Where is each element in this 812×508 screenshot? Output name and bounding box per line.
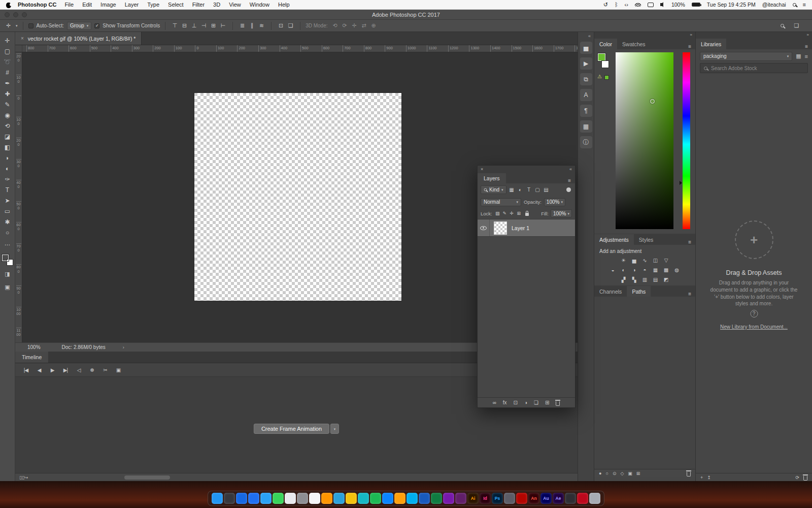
menu-item[interactable]: 3D bbox=[213, 2, 220, 8]
layer-effects-icon[interactable]: fx bbox=[503, 400, 507, 405]
collapse-panel-icon[interactable]: « bbox=[569, 167, 572, 172]
3d-rotate-icon[interactable]: ⟲ bbox=[331, 21, 340, 30]
expand-panels-icon[interactable]: « bbox=[588, 34, 594, 39]
previous-frame-button[interactable]: ◀ bbox=[33, 365, 45, 375]
dock-app-icon[interactable]: Id bbox=[480, 493, 491, 504]
align-horizontal-centers-icon[interactable]: ⊞ bbox=[209, 21, 218, 30]
align-top-edges-icon[interactable]: ⊤ bbox=[171, 21, 179, 30]
eyedropper-tool[interactable]: ✒ bbox=[2, 78, 14, 88]
distribute-vertical-icon[interactable]: ≣ bbox=[238, 21, 247, 30]
auto-select-target-select[interactable]: Group ▾ bbox=[67, 22, 91, 30]
panel-menu-icon[interactable]: ≡ bbox=[568, 178, 575, 183]
fill-field[interactable]: 100% ▾ bbox=[551, 209, 572, 217]
dock-app-icon[interactable] bbox=[236, 493, 247, 504]
next-frame-button[interactable]: ▶| bbox=[60, 365, 71, 375]
quick-mask-icon[interactable]: ◨ bbox=[2, 269, 14, 279]
tab-color[interactable]: Color bbox=[594, 39, 617, 49]
panel-menu-icon[interactable]: ≡ bbox=[805, 44, 812, 49]
time-machine-icon[interactable]: ↺ bbox=[603, 2, 608, 8]
brush-tool[interactable]: ✎ bbox=[2, 99, 14, 110]
menu-item[interactable]: Filter bbox=[192, 2, 205, 8]
saturation-brightness-field[interactable] bbox=[616, 52, 673, 229]
opacity-field[interactable]: 100% ▾ bbox=[544, 198, 565, 206]
gradient-tool[interactable]: ◧ bbox=[2, 142, 14, 152]
add-layer-mask-icon[interactable]: ⊡ bbox=[514, 400, 518, 405]
spot-healing-brush-tool[interactable]: ✚ bbox=[2, 88, 14, 99]
upload-icon[interactable]: ↥ bbox=[707, 475, 711, 480]
wifi-icon[interactable] bbox=[635, 3, 641, 7]
dock-app-icon[interactable] bbox=[212, 493, 223, 504]
marquee-tool[interactable]: ▢ bbox=[2, 46, 14, 56]
layer-name[interactable]: Layer 1 bbox=[512, 225, 529, 231]
dock-app-icon[interactable] bbox=[394, 493, 405, 504]
zoom-level[interactable]: 100% bbox=[27, 344, 41, 350]
blend-mode-select[interactable]: Normal ▾ bbox=[481, 198, 521, 206]
dock-app-icon[interactable] bbox=[297, 493, 308, 504]
dock-app-icon[interactable] bbox=[309, 493, 320, 504]
new-adjustment-layer-icon[interactable]: ◑ bbox=[524, 400, 527, 405]
dock-app-icon[interactable] bbox=[455, 493, 466, 504]
new-layer-icon[interactable]: ⊞ bbox=[545, 400, 549, 405]
threshold-icon[interactable]: ▚ bbox=[630, 276, 638, 283]
auto-align-layers-icon[interactable]: ⊡ bbox=[277, 21, 285, 30]
panel-menu-icon[interactable]: ≡ bbox=[688, 291, 695, 297]
gamut-color-swatch[interactable] bbox=[604, 75, 609, 80]
layer-visibility-cell[interactable] bbox=[478, 219, 490, 236]
link-layers-icon[interactable]: ∞ bbox=[493, 400, 496, 405]
add-mask-icon[interactable]: ▣ bbox=[628, 471, 632, 476]
clone-stamp-tool[interactable]: ◉ bbox=[2, 110, 14, 120]
filter-pixel-layers-icon[interactable]: ▦ bbox=[508, 187, 516, 193]
help-icon[interactable]: ? bbox=[750, 310, 758, 318]
vertical-ruler[interactable]: 2001000100200300400500600700800900100011… bbox=[15, 52, 22, 342]
spotlight-icon[interactable] bbox=[793, 3, 796, 7]
dock-app-icon[interactable] bbox=[443, 493, 454, 504]
lock-image-pixels-icon[interactable]: ✎ bbox=[501, 211, 508, 216]
fill-path-icon[interactable]: ● bbox=[599, 471, 601, 476]
hue-slider-marker[interactable] bbox=[680, 181, 682, 185]
menu-item[interactable]: Window bbox=[250, 2, 269, 8]
grid-view-icon[interactable]: ▦ bbox=[796, 53, 801, 59]
zoom-window-button[interactable] bbox=[22, 12, 27, 17]
menu-item[interactable]: View bbox=[229, 2, 241, 8]
lasso-tool[interactable]: ➰ bbox=[2, 56, 14, 67]
timeline-settings-button[interactable]: ☸ bbox=[86, 365, 97, 375]
foreground-color-swatch[interactable] bbox=[2, 255, 9, 261]
zoom-tool[interactable]: ○ bbox=[2, 227, 14, 238]
pen-tool[interactable]: ✑ bbox=[2, 174, 14, 184]
brightness-contrast-icon[interactable]: ☀ bbox=[619, 257, 628, 264]
mute-audio-button[interactable]: ◁ bbox=[73, 365, 84, 375]
dock-app-icon[interactable]: Au bbox=[540, 493, 552, 504]
new-group-icon[interactable]: ❏ bbox=[534, 400, 538, 405]
more-adjustments-icon[interactable]: ◩ bbox=[662, 276, 670, 283]
filter-type-layers-icon[interactable]: T bbox=[525, 187, 533, 193]
delete-library-item-icon[interactable] bbox=[803, 476, 807, 481]
dock-app-icon[interactable]: An bbox=[528, 493, 539, 504]
load-path-selection-icon[interactable]: ⊙ bbox=[613, 471, 617, 476]
screen-mode-icon[interactable]: ▣ bbox=[2, 282, 14, 292]
menu-item[interactable]: Type bbox=[147, 2, 159, 8]
play-button[interactable]: ▶ bbox=[47, 365, 58, 375]
type-tool[interactable]: T bbox=[2, 184, 14, 195]
dock-app-icon[interactable] bbox=[407, 493, 418, 504]
dock-app-icon[interactable] bbox=[516, 493, 527, 504]
apple-menu-icon[interactable] bbox=[6, 2, 12, 8]
menu-item[interactable]: File bbox=[64, 2, 74, 8]
clone-source-panel-icon[interactable]: ⧉ bbox=[580, 73, 592, 85]
gamut-warning-icon[interactable]: ⚠ bbox=[597, 74, 602, 79]
hue-slider[interactable] bbox=[683, 52, 690, 229]
delete-layer-icon[interactable] bbox=[556, 401, 560, 406]
foreground-color-swatch[interactable] bbox=[598, 53, 605, 61]
curves-icon[interactable]: ∿ bbox=[640, 257, 649, 264]
filter-smart-objects-icon[interactable]: ▤ bbox=[543, 187, 550, 193]
menu-item[interactable]: Edit bbox=[82, 2, 92, 8]
status-chevron-icon[interactable]: › bbox=[123, 345, 124, 350]
tab-layers[interactable]: Layers bbox=[478, 173, 506, 183]
timeline-scrollbar[interactable] bbox=[124, 475, 170, 480]
menu-item[interactable]: Select bbox=[168, 2, 184, 8]
new-path-icon[interactable]: ⊞ bbox=[636, 471, 640, 476]
document-tab[interactable]: × vector rocket gif @ 100% (Layer 1, RGB… bbox=[15, 32, 142, 45]
lock-transparent-pixels-icon[interactable]: ▨ bbox=[494, 211, 501, 216]
hue-saturation-icon[interactable]: ◒ bbox=[608, 266, 617, 274]
dock-app-icon[interactable] bbox=[577, 493, 588, 504]
frame-view-icon[interactable]: ▯▯ bbox=[19, 475, 24, 480]
